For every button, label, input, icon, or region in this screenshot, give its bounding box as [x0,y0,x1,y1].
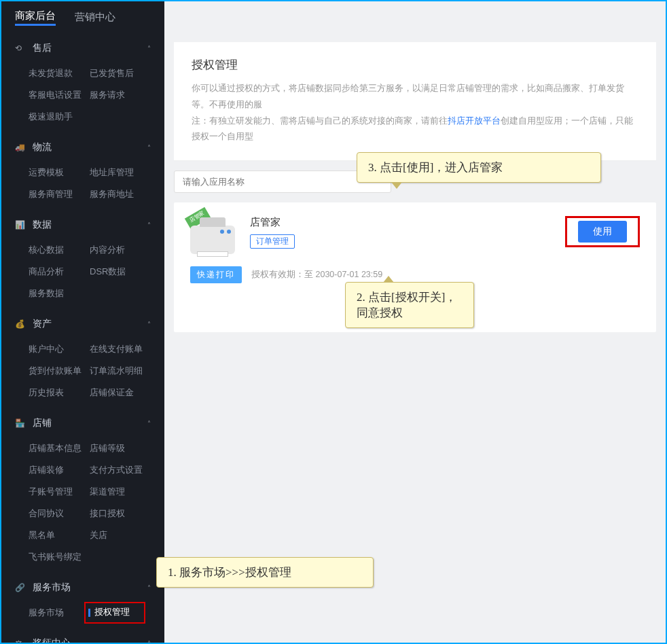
menu-item-3-2[interactable]: 货到付款账单 [29,360,90,382]
menu-header-4[interactable]: 🏪店铺˄ [1,409,164,437]
menu-item-4-2[interactable]: 店铺装修 [29,459,90,481]
tab-merchant[interactable]: 商家后台 [15,10,56,26]
section-icon: 💰 [15,319,27,329]
menu-item-2-1[interactable]: 内容分析 [90,239,151,261]
chevron-up-icon: ˄ [147,321,151,328]
menu-header-0[interactable]: ⟲售后˄ [1,34,164,62]
menu-item-1-3[interactable]: 服务商地址 [90,183,151,205]
tab-marketing[interactable]: 营销中心 [75,11,115,25]
menu-item-4-10[interactable]: 飞书账号绑定 [29,546,90,568]
menu-item-2-2[interactable]: 商品分析 [29,261,90,283]
menu-item-4-5[interactable]: 渠道管理 [90,481,151,503]
app-name: 店管家 [250,216,553,229]
menu-header-6[interactable]: ⚖奖惩中心˄ [1,629,164,643]
menu-item-4-7[interactable]: 接口授权 [90,503,151,524]
menu-header-5[interactable]: 🔗服务市场˄ [1,573,164,602]
menu-item-0-0[interactable]: 未发货退款 [29,62,90,84]
menu-item-4-0[interactable]: 店铺基本信息 [29,437,90,459]
menu-item-0-3[interactable]: 服务请求 [90,84,151,106]
menu-item-5-0[interactable]: 服务市场 [29,602,90,624]
section-icon: 🔗 [15,583,27,592]
menu-item-4-6[interactable]: 合同协议 [29,503,90,524]
menu-item-2-3[interactable]: DSR数据 [90,261,151,283]
menu-header-3[interactable]: 💰资产˄ [1,310,164,338]
menu-item-2-4[interactable]: 服务数据 [29,283,90,304]
callout-1: 1. 服务市场>>>授权管理 [156,557,374,588]
page-title: 授权管理 [192,57,638,73]
use-button-highlight: 使用 [565,216,640,247]
chevron-up-icon: ˄ [147,584,151,592]
menu-item-3-0[interactable]: 账户中心 [29,338,90,360]
menu-item-4-8[interactable]: 黑名单 [29,524,90,546]
menu-header-1[interactable]: 🚚物流˄ [1,133,164,162]
section-icon: ⟲ [15,43,27,53]
sidebar: 商家后台 营销中心 ⟲售后˄未发货退款已发货售后客服电话设置服务请求极速退助手🚚… [1,1,164,643]
menu-item-0-2[interactable]: 客服电话设置 [29,84,90,106]
expire-text: 授权有效期：至 2030-07-01 23:59 [251,269,382,281]
page-desc2: 注：有独立研发能力、需将店铺与自己的系统对接的商家，请前往抖店开放平台创建自用型… [192,113,638,146]
app-tag: 订单管理 [250,234,295,249]
section-icon: 🚚 [15,143,27,152]
menu-item-4-4[interactable]: 子账号管理 [29,481,90,503]
menu-item-5-1[interactable]: 授权管理 [84,602,145,624]
menu-item-1-0[interactable]: 运费模板 [29,162,90,183]
section-icon: 📊 [15,220,27,230]
section-icon: ⚖ [15,639,27,643]
open-platform-link[interactable]: 抖店开放平台 [448,116,501,126]
page-header: 授权管理 你可以通过授权的方式，将店铺数据同步给第三方服务，以满足日常店铺管理的… [174,42,656,161]
menu-item-0-4[interactable]: 极速退助手 [29,106,90,128]
menu-header-2[interactable]: 📊数据˄ [1,211,164,239]
chevron-up-icon: ˄ [147,640,151,643]
chevron-up-icon: ˄ [147,45,151,52]
menu-item-2-0[interactable]: 核心数据 [29,239,90,261]
menu-item-3-4[interactable]: 历史报表 [29,382,90,404]
menu-item-1-1[interactable]: 地址库管理 [90,162,151,183]
menu-item-1-2[interactable]: 服务商管理 [29,183,90,205]
chevron-up-icon: ˄ [147,221,151,229]
section-icon: 🏪 [15,418,27,428]
menu-item-4-9[interactable]: 关店 [90,524,151,546]
chevron-up-icon: ˄ [147,144,151,151]
menu-item-0-1[interactable]: 已发货售后 [90,62,151,84]
chevron-up-icon: ˄ [147,420,151,427]
menu-item-4-1[interactable]: 店铺等级 [90,437,151,459]
callout-3: 3. 点击[使用]，进入店管家 [357,152,601,183]
use-button[interactable]: 使用 [578,221,627,243]
top-tabs: 商家后台 营销中心 [1,1,164,34]
menu-item-3-3[interactable]: 订单流水明细 [90,360,151,382]
print-tag: 快递打印 [190,266,242,283]
menu-item-3-1[interactable]: 在线支付账单 [90,338,151,360]
menu-item-3-5[interactable]: 店铺保证金 [90,382,151,404]
page-desc1: 你可以通过授权的方式，将店铺数据同步给第三方服务，以满足日常店铺管理的需求，比如… [192,81,638,113]
printer-icon: 店管家 [190,216,238,257]
callout-2: 2. 点击[授权开关]，同意授权 [345,282,474,328]
menu-item-4-3[interactable]: 支付方式设置 [90,459,151,481]
